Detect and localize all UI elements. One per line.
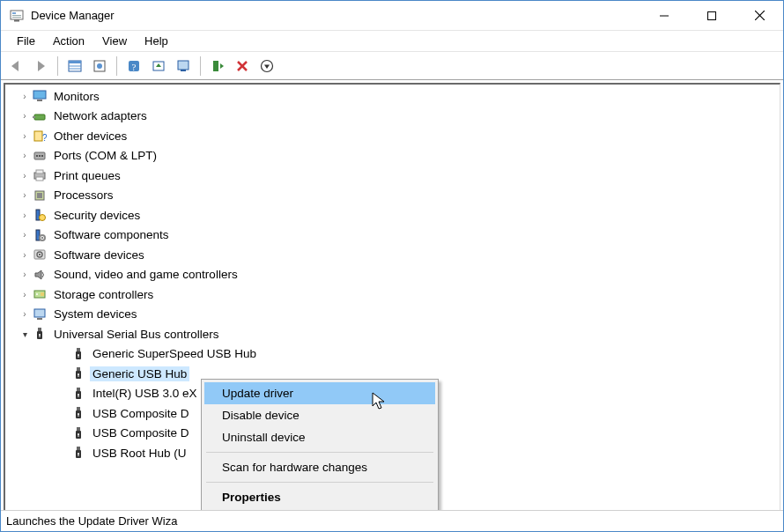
svg-rect-22 — [181, 70, 186, 71]
tree-category[interactable]: ›Software components — [5, 225, 780, 246]
svg-point-37 — [39, 155, 41, 157]
usb-icon — [70, 386, 86, 402]
scan-hardware-button[interactable] — [206, 55, 229, 78]
menu-file[interactable]: File — [8, 32, 44, 50]
tree-item[interactable]: Generic SuperSpeed USB Hub — [5, 344, 780, 365]
chevron-right-icon[interactable]: › — [18, 190, 32, 200]
svg-rect-12 — [69, 61, 81, 63]
tree-category[interactable]: ›Processors — [5, 186, 780, 206]
tree-item-label: Generic SuperSpeed USB Hub — [90, 346, 259, 361]
context-menu-separator — [206, 452, 433, 453]
context-menu-item[interactable]: Uninstall device — [204, 426, 435, 448]
svg-rect-33 — [34, 131, 42, 141]
tree-category-label: Software devices — [51, 248, 147, 262]
tree-view-container: ›Monitors›Network adapters›?Other device… — [4, 83, 780, 510]
tree-category-label: Storage controllers — [51, 287, 156, 302]
close-button[interactable] — [736, 1, 783, 30]
tree-category[interactable]: ›Storage controllers — [5, 284, 780, 305]
title-bar: Device Manager — [1, 1, 783, 31]
svg-rect-1 — [12, 12, 16, 14]
svg-rect-56 — [34, 309, 45, 317]
uninstall-button[interactable] — [172, 55, 195, 78]
svg-rect-4 — [14, 19, 19, 21]
properties-button[interactable] — [88, 55, 111, 78]
svg-rect-31 — [34, 115, 45, 120]
tree-category[interactable]: ›Monitors — [5, 86, 780, 107]
tree-category-label: Print queues — [51, 168, 123, 183]
svg-rect-21 — [178, 61, 189, 70]
tree-category[interactable]: ›Print queues — [5, 166, 780, 186]
menu-action[interactable]: Action — [44, 32, 93, 50]
svg-rect-6 — [708, 11, 716, 19]
tree-category[interactable]: ▾Universal Serial Bus controllers — [5, 324, 780, 344]
tree-category[interactable]: ›Network adapters — [5, 107, 780, 127]
tree-item-label: USB Root Hub (U — [90, 446, 189, 461]
tree-category[interactable]: ›Ports (COM & LPT) — [5, 146, 780, 166]
back-button[interactable] — [4, 55, 27, 78]
menu-help[interactable]: Help — [136, 32, 177, 50]
context-menu-separator — [206, 482, 433, 483]
svg-marker-52 — [35, 270, 41, 279]
svg-text:?: ? — [42, 133, 47, 143]
chevron-right-icon[interactable]: › — [18, 309, 32, 319]
context-menu-item[interactable]: Properties — [204, 486, 435, 508]
maximize-button[interactable] — [688, 1, 736, 30]
window-title: Device Manager — [31, 9, 640, 22]
context-menu: Update driverDisable deviceUninstall dev… — [201, 379, 439, 510]
tree-category-label: Security devices — [51, 208, 143, 223]
chevron-right-icon[interactable]: › — [18, 171, 32, 181]
tree-category[interactable]: ›Sound, video and game controllers — [5, 265, 780, 285]
storage-icon — [32, 286, 48, 302]
svg-point-38 — [41, 155, 43, 157]
monitor-icon — [32, 88, 48, 104]
remove-button[interactable] — [231, 55, 254, 78]
system-icon — [32, 307, 48, 322]
chevron-right-icon[interactable]: › — [18, 250, 32, 260]
menu-view[interactable]: View — [93, 32, 136, 50]
tree-category-label: Processors — [51, 188, 116, 203]
chevron-right-icon[interactable]: › — [18, 111, 32, 121]
tree-category[interactable]: ›?Other devices — [5, 126, 780, 146]
context-menu-item[interactable]: Disable device — [204, 404, 435, 426]
svg-rect-29 — [33, 91, 46, 99]
chevron-down-icon[interactable]: ▾ — [18, 329, 32, 339]
tree-category[interactable]: ›Security devices — [5, 205, 780, 225]
context-menu-item[interactable]: Update driver — [204, 382, 435, 404]
help-button[interactable]: ? — [122, 55, 145, 78]
svg-text:?: ? — [132, 61, 137, 71]
svg-marker-20 — [156, 63, 161, 67]
chevron-right-icon[interactable]: › — [18, 211, 32, 220]
tree-category-label: Other devices — [51, 129, 129, 144]
chevron-right-icon[interactable]: › — [18, 151, 32, 160]
usb-icon — [70, 405, 86, 421]
tree-category-label: Universal Serial Bus controllers — [51, 327, 222, 342]
port-icon — [32, 148, 48, 164]
svg-rect-2 — [12, 15, 21, 16]
chevron-right-icon[interactable]: › — [18, 131, 32, 141]
tree-category-label: Monitors — [51, 89, 102, 104]
printer-icon — [32, 167, 48, 183]
tree-category[interactable]: ›Software devices — [5, 245, 780, 265]
context-menu-item[interactable]: Scan for hardware changes — [204, 456, 435, 478]
tree-category-label: Ports (COM & LPT) — [51, 148, 159, 163]
svg-rect-57 — [37, 318, 42, 320]
svg-point-16 — [97, 63, 102, 69]
update-driver-button[interactable] — [147, 55, 170, 78]
minimize-button[interactable] — [640, 1, 688, 30]
menu-bar: File Action View Help — [1, 31, 783, 52]
other-icon: ? — [32, 128, 48, 144]
chevron-right-icon[interactable]: › — [18, 290, 32, 299]
show-hidden-button[interactable] — [255, 55, 278, 78]
svg-rect-30 — [37, 100, 42, 101]
show-hide-console-tree-button[interactable] — [63, 55, 86, 78]
chevron-right-icon[interactable]: › — [18, 92, 32, 101]
chevron-right-icon[interactable]: › — [18, 270, 32, 279]
chevron-right-icon[interactable]: › — [18, 230, 32, 240]
app-icon — [10, 9, 24, 23]
security-icon — [32, 207, 48, 223]
tree-category-label: Sound, video and game controllers — [51, 267, 240, 282]
forward-button[interactable] — [29, 55, 52, 78]
svg-rect-51 — [39, 254, 41, 255]
swdev-icon — [32, 247, 48, 262]
tree-category[interactable]: ›System devices — [5, 305, 780, 325]
